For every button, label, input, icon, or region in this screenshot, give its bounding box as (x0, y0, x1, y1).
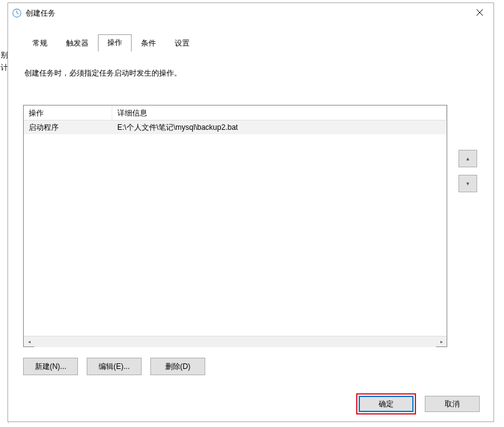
table-area: 操作 详细信息 启动程序 E:\个人文件\笔记\mysql\backup2.ba… (23, 105, 478, 348)
new-button[interactable]: 新建(N)... (23, 358, 78, 375)
scroll-right-icon[interactable]: ▸ (436, 336, 447, 347)
dialog-title: 创建任务 (26, 8, 56, 19)
move-down-button[interactable]: ▼ (458, 175, 477, 192)
reorder-buttons: ▲ ▼ (458, 150, 478, 348)
scroll-left-icon[interactable]: ◂ (24, 336, 34, 347)
table-row[interactable]: 启动程序 E:\个人文件\笔记\mysql\backup2.bat (24, 120, 447, 134)
tab-triggers[interactable]: 触发器 (57, 35, 98, 52)
column-header-detail[interactable]: 详细信息 (112, 106, 447, 120)
tab-settings[interactable]: 设置 (165, 35, 199, 52)
clock-icon (12, 8, 22, 18)
svg-line-2 (17, 13, 19, 14)
cancel-button[interactable]: 取消 (425, 396, 480, 412)
move-up-button[interactable]: ▲ (458, 150, 477, 167)
tab-conditions[interactable]: 条件 (132, 35, 165, 52)
close-button[interactable] (466, 3, 493, 22)
cell-action: 启动程序 (24, 121, 112, 134)
dialog-footer: 确定 取消 (8, 386, 493, 421)
titlebar: 创建任务 (8, 3, 493, 23)
column-header-action[interactable]: 操作 (24, 106, 112, 120)
ok-button[interactable]: 确定 (359, 396, 414, 412)
cell-detail: E:\个人文件\笔记\mysql\backup2.bat (112, 121, 447, 134)
delete-button[interactable]: 删除(D) (150, 358, 205, 375)
background-bottom (0, 423, 504, 427)
tab-actions[interactable]: 操作 (98, 34, 132, 52)
scroll-track[interactable] (34, 336, 436, 347)
horizontal-scrollbar[interactable]: ◂ ▸ (24, 336, 447, 346)
tab-bar: 常规 触发器 操作 条件 设置 (23, 34, 478, 52)
table-body[interactable]: 启动程序 E:\个人文件\笔记\mysql\backup2.bat (24, 120, 447, 336)
background-right (493, 0, 504, 427)
dialog-body: 常规 触发器 操作 条件 设置 创建任务时，必须指定任务启动时发生的操作。 操作… (8, 23, 493, 386)
table-header: 操作 详细信息 (24, 106, 447, 120)
description-text: 创建任务时，必须指定任务启动时发生的操作。 (23, 68, 478, 79)
triangle-up-icon: ▲ (465, 156, 470, 162)
actions-table: 操作 详细信息 启动程序 E:\个人文件\笔记\mysql\backup2.ba… (23, 105, 447, 347)
edit-button[interactable]: 编辑(E)... (87, 358, 142, 375)
triangle-down-icon: ▼ (465, 181, 470, 187)
tab-general[interactable]: 常规 (23, 35, 57, 52)
create-task-dialog: 创建任务 常规 触发器 操作 条件 设置 创建任务时，必须指定任务启动时发生的操… (7, 2, 494, 422)
action-buttons-row: 新建(N)... 编辑(E)... 删除(D) (23, 358, 478, 375)
